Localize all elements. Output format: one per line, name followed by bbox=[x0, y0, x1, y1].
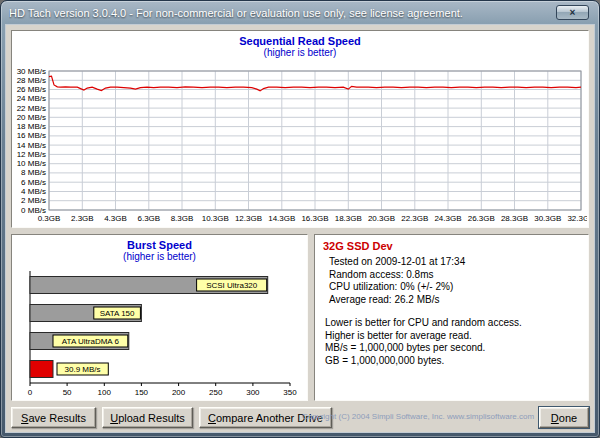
main-content: Sequential Read Speed (higher is better)… bbox=[5, 24, 595, 433]
save-results-button[interactable]: Save Results bbox=[11, 407, 96, 428]
svg-text:26.3GB: 26.3GB bbox=[468, 214, 495, 223]
svg-text:30.3GB: 30.3GB bbox=[534, 214, 561, 223]
svg-text:10 MB/s: 10 MB/s bbox=[17, 159, 46, 168]
read-chart-subtitle: (higher is better) bbox=[12, 47, 588, 58]
svg-text:20 MB/s: 20 MB/s bbox=[17, 113, 46, 122]
svg-text:8.3GB: 8.3GB bbox=[171, 214, 194, 223]
svg-text:24.3GB: 24.3GB bbox=[434, 214, 461, 223]
svg-text:32.3GB: 32.3GB bbox=[567, 214, 587, 223]
svg-text:SATA 150: SATA 150 bbox=[100, 309, 135, 318]
read-chart-title: Sequential Read Speed bbox=[12, 35, 588, 47]
svg-text:18.3GB: 18.3GB bbox=[335, 214, 362, 223]
title-bar[interactable]: HD Tach version 3.0.4.0 - For non-commer… bbox=[2, 2, 598, 24]
svg-text:12.3GB: 12.3GB bbox=[235, 214, 262, 223]
svg-text:28.3GB: 28.3GB bbox=[501, 214, 528, 223]
note-gb-definition: GB = 1,000,000,000 bytes. bbox=[325, 355, 580, 368]
read-chart-plot: 0 MB/s2 MB/s4 MB/s6 MB/s8 MB/s10 MB/s12 … bbox=[13, 65, 587, 227]
svg-text:SCSI Ultra320: SCSI Ultra320 bbox=[206, 281, 258, 290]
random-access-text: Random access: 0.8ms bbox=[329, 269, 580, 282]
svg-text:18 MB/s: 18 MB/s bbox=[17, 122, 46, 131]
svg-text:50: 50 bbox=[63, 388, 72, 397]
upload-results-button[interactable]: Upload Results bbox=[102, 407, 193, 428]
svg-text:250: 250 bbox=[209, 388, 223, 397]
svg-text:100: 100 bbox=[98, 388, 112, 397]
drive-info-panel: 32G SSD Dev Tested on 2009-12-01 at 17:3… bbox=[314, 234, 589, 401]
average-read-text: Average read: 26.2 MB/s bbox=[329, 294, 580, 307]
note-higher-better: Higher is better for average read. bbox=[325, 330, 580, 343]
svg-text:22.3GB: 22.3GB bbox=[401, 214, 428, 223]
close-icon: × bbox=[570, 8, 576, 18]
info-notes: Lower is better for CPU and random acces… bbox=[323, 317, 580, 367]
note-mbs-definition: MB/s = 1,000,000 bytes per second. bbox=[325, 342, 580, 355]
svg-text:6.3GB: 6.3GB bbox=[137, 214, 160, 223]
svg-text:6 MB/s: 6 MB/s bbox=[21, 178, 46, 187]
svg-text:30.9 MB/s: 30.9 MB/s bbox=[65, 365, 101, 374]
close-button[interactable]: × bbox=[556, 5, 589, 20]
copyright-text: Copyright (C) 2004 Simpli Software, Inc.… bbox=[302, 412, 536, 421]
sequential-read-panel: Sequential Read Speed (higher is better)… bbox=[11, 30, 589, 228]
svg-text:4 MB/s: 4 MB/s bbox=[21, 187, 46, 196]
tested-on-text: Tested on 2009-12-01 at 17:34 bbox=[329, 256, 580, 269]
burst-chart-subtitle: (higher is better) bbox=[12, 251, 307, 262]
svg-text:26 MB/s: 26 MB/s bbox=[17, 85, 46, 94]
app-window: HD Tach version 3.0.4.0 - For non-commer… bbox=[0, 0, 600, 438]
svg-text:4.3GB: 4.3GB bbox=[104, 214, 127, 223]
svg-text:24 MB/s: 24 MB/s bbox=[17, 94, 46, 103]
cpu-utilization-text: CPU utilization: 0% (+/- 2%) bbox=[329, 281, 580, 294]
svg-text:2 MB/s: 2 MB/s bbox=[21, 196, 46, 205]
svg-text:300: 300 bbox=[246, 388, 260, 397]
svg-text:12 MB/s: 12 MB/s bbox=[17, 150, 46, 159]
svg-text:14.3GB: 14.3GB bbox=[268, 214, 295, 223]
drive-name: 32G SSD Dev bbox=[323, 240, 580, 252]
svg-text:16 MB/s: 16 MB/s bbox=[17, 131, 46, 140]
svg-text:2.3GB: 2.3GB bbox=[71, 214, 94, 223]
svg-text:0: 0 bbox=[28, 388, 33, 397]
svg-text:ATA UltraDMA 6: ATA UltraDMA 6 bbox=[62, 337, 120, 346]
svg-text:20.3GB: 20.3GB bbox=[368, 214, 395, 223]
window-title: HD Tach version 3.0.4.0 - For non-commer… bbox=[9, 7, 463, 19]
svg-text:14 MB/s: 14 MB/s bbox=[17, 141, 46, 150]
svg-text:30 MB/s: 30 MB/s bbox=[17, 67, 46, 76]
svg-text:0.3GB: 0.3GB bbox=[38, 214, 61, 223]
svg-text:28 MB/s: 28 MB/s bbox=[17, 76, 46, 85]
svg-text:200: 200 bbox=[172, 388, 186, 397]
burst-chart-plot: 050100150200250300350SCSI Ultra320SATA 1… bbox=[14, 269, 306, 401]
svg-text:16.3GB: 16.3GB bbox=[301, 214, 328, 223]
burst-speed-panel: Burst Speed (higher is better) 050100150… bbox=[11, 234, 308, 401]
svg-text:10.3GB: 10.3GB bbox=[202, 214, 229, 223]
burst-chart-title: Burst Speed bbox=[12, 239, 307, 251]
svg-text:22 MB/s: 22 MB/s bbox=[17, 104, 46, 113]
note-lower-better: Lower is better for CPU and random acces… bbox=[325, 317, 580, 330]
done-button[interactable]: Done bbox=[539, 407, 589, 428]
svg-text:350: 350 bbox=[283, 388, 297, 397]
svg-text:150: 150 bbox=[135, 388, 149, 397]
svg-text:8 MB/s: 8 MB/s bbox=[21, 168, 46, 177]
